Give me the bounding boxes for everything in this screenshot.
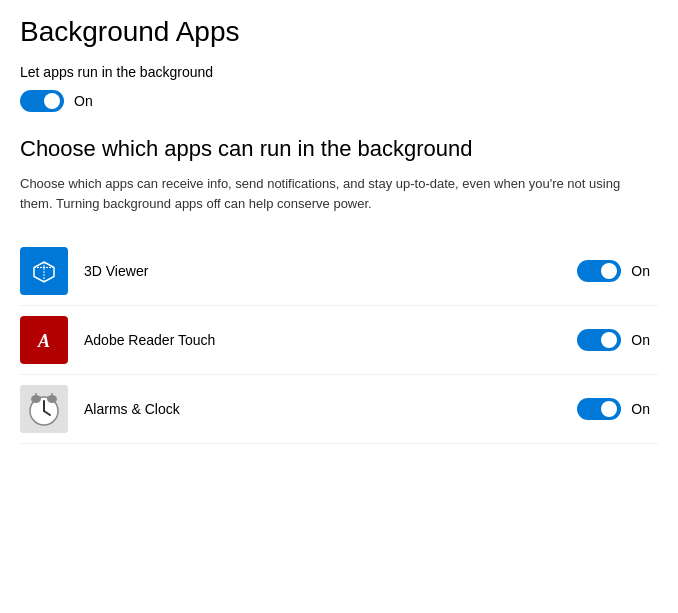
alarms-icon-svg [20, 385, 68, 433]
app-name-3dviewer: 3D Viewer [84, 263, 577, 279]
app-list: 3D Viewer On A Adobe Reader Touch [20, 237, 658, 444]
app-toggle-row-3dviewer: On [577, 260, 650, 282]
app-row-3dviewer: 3D Viewer On [20, 237, 658, 306]
app-name-adobe: Adobe Reader Touch [84, 332, 577, 348]
app-icon-adobe: A [20, 316, 68, 364]
app-toggle-track-adobe [577, 329, 621, 351]
app-icon-3dviewer [20, 247, 68, 295]
app-row-alarms: Alarms & Clock On [20, 375, 658, 444]
app-toggle-status-adobe: On [631, 332, 650, 348]
3dviewer-icon-svg [30, 257, 58, 285]
main-toggle-thumb [44, 93, 60, 109]
app-toggle-adobe[interactable] [577, 329, 621, 351]
app-icon-alarms [20, 385, 68, 433]
main-toggle-row: On [20, 90, 658, 112]
section-title: Choose which apps can run in the backgro… [20, 136, 658, 162]
main-toggle-status: On [74, 93, 93, 109]
app-toggle-thumb-alarms [601, 401, 617, 417]
app-toggle-row-adobe: On [577, 329, 650, 351]
app-toggle-thumb-3dviewer [601, 263, 617, 279]
main-toggle-track [20, 90, 64, 112]
section-description: Choose which apps can receive info, send… [20, 174, 640, 213]
app-toggle-thumb-adobe [601, 332, 617, 348]
app-toggle-status-3dviewer: On [631, 263, 650, 279]
app-name-alarms: Alarms & Clock [84, 401, 577, 417]
app-toggle-status-alarms: On [631, 401, 650, 417]
svg-text:A: A [37, 331, 50, 351]
app-toggle-track-alarms [577, 398, 621, 420]
app-row-adobe: A Adobe Reader Touch On [20, 306, 658, 375]
main-toggle[interactable] [20, 90, 64, 112]
svg-point-10 [31, 395, 41, 403]
app-toggle-row-alarms: On [577, 398, 650, 420]
svg-point-12 [47, 395, 57, 403]
app-toggle-track-3dviewer [577, 260, 621, 282]
app-toggle-3dviewer[interactable] [577, 260, 621, 282]
adobe-icon-svg: A [30, 326, 58, 354]
page-title: Background Apps [20, 16, 658, 48]
main-toggle-label: Let apps run in the background [20, 64, 658, 80]
app-toggle-alarms[interactable] [577, 398, 621, 420]
